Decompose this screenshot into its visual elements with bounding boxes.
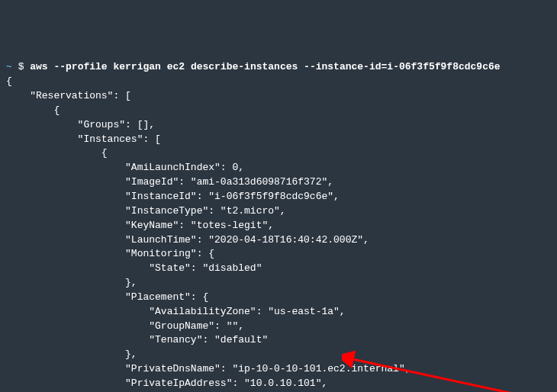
terminal-output: { "Reservations": [ { "Groups": [], "Ins… [6,75,551,392]
prompt-dollar: $ [18,61,24,72]
command-text: aws --profile kerrigan ec2 describe-inst… [30,61,500,72]
prompt-tilde: ~ [6,61,12,72]
